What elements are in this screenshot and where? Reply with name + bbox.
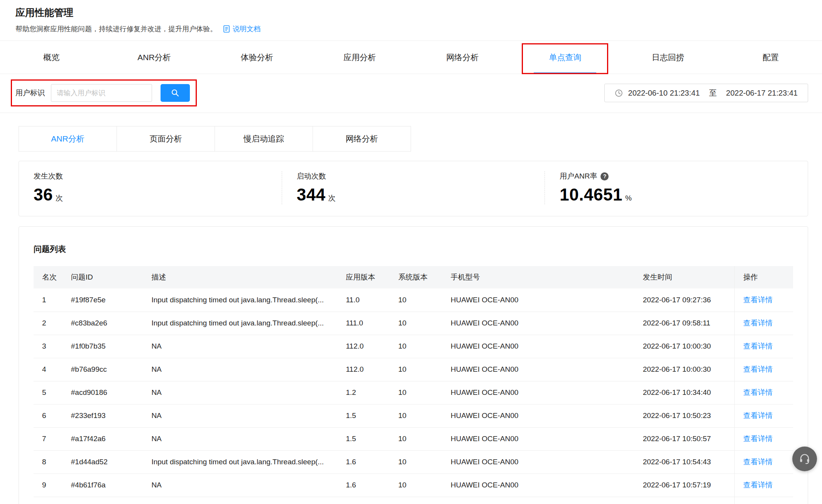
column-header-device-model: 手机型号	[442, 266, 634, 288]
sub-tab-page-analysis[interactable]: 页面分析	[117, 126, 215, 152]
table-cell-issue-id: #233ef193	[63, 404, 143, 427]
table-cell-occur-time: 2022-06-17 10:57:19	[634, 474, 735, 497]
tab-network-analysis[interactable]: 网络分析	[411, 41, 514, 74]
view-detail-link[interactable]: 查看详情	[743, 411, 773, 420]
stat-number: 344	[297, 185, 326, 204]
tab-app-analysis[interactable]: 应用分析	[308, 41, 411, 74]
date-range-start: 2022-06-10 21:23:41	[628, 89, 700, 98]
table-cell-device-model: HUAWEI OCE-AN00	[442, 497, 634, 504]
column-header-rank: 名次	[34, 266, 63, 288]
table-cell-description: NA	[143, 381, 337, 404]
table-cell-action: 查看详情	[734, 335, 793, 358]
view-detail-link[interactable]: 查看详情	[743, 342, 773, 350]
table-cell-os-version: 10	[390, 474, 442, 497]
table-cell-occur-time: 2022-06-17 10:00:30	[634, 358, 735, 381]
table-cell-issue-id: #1d44ad52	[63, 450, 143, 474]
table-cell-rank: 9	[34, 474, 63, 497]
table-cell-app-version: 6.6	[337, 497, 390, 504]
table-cell-app-version: 1.6	[337, 474, 390, 497]
main-tab-bar: 概览ANR分析体验分析应用分析网络分析单点查询日志回捞配置	[0, 41, 822, 74]
column-header-action: 操作	[734, 266, 793, 288]
stats-card: 发生次数36次启动次数344次用户ANR率?10.4651%	[19, 161, 808, 216]
table-cell-issue-id: #a17f42a6	[63, 427, 143, 450]
table-cell-issue-id: #4b61f76a	[63, 474, 143, 497]
customer-service-button[interactable]	[792, 447, 817, 471]
sub-tab-bar: ANR分析页面分析慢启动追踪网络分析	[19, 126, 808, 152]
tab-overview[interactable]: 概览	[0, 41, 103, 74]
table-row: 3#1f0b7b35NA112.010HUAWEI OCE-AN002022-0…	[34, 335, 793, 358]
clock-icon	[615, 89, 623, 97]
tab-label: 网络分析	[446, 52, 479, 63]
table-cell-action: 查看详情	[734, 427, 793, 450]
table-cell-rank: 6	[34, 404, 63, 427]
sub-tab-network-analysis[interactable]: 网络分析	[313, 126, 411, 152]
view-detail-link[interactable]: 查看详情	[743, 458, 773, 466]
table-cell-description: Input dispatching timed out java.lang.Th…	[143, 312, 337, 335]
table-cell-app-version: 112.0	[337, 358, 390, 381]
table-cell-device-model: HUAWEI OCE-AN00	[442, 427, 634, 450]
table-cell-os-version: 10	[390, 497, 442, 504]
sub-tab-anr-analysis[interactable]: ANR分析	[19, 126, 117, 152]
table-cell-app-version: 1.6	[337, 450, 390, 474]
tab-log-retrieval[interactable]: 日志回捞	[617, 41, 719, 74]
stat-value: 10.4651%	[560, 185, 808, 204]
date-range-separator: 至	[709, 88, 717, 98]
table-cell-os-version: 10	[390, 312, 442, 335]
table-cell-occur-time: 2022-06-17 10:34:40	[634, 381, 735, 404]
stat-label-text: 用户ANR率	[560, 171, 597, 181]
table-row: 7#a17f42a6NA1.510HUAWEI OCE-AN002022-06-…	[34, 427, 793, 450]
table-cell-device-model: HUAWEI OCE-AN00	[442, 381, 634, 404]
tab-label: 单点查询	[549, 52, 581, 63]
stat-user-anr-rate: 用户ANR率?10.4651%	[545, 171, 808, 204]
view-detail-link[interactable]: 查看详情	[743, 388, 773, 396]
view-detail-link[interactable]: 查看详情	[743, 365, 773, 373]
tab-label: 配置	[763, 52, 779, 63]
tab-anr-analysis[interactable]: ANR分析	[103, 41, 205, 74]
search-button[interactable]	[161, 84, 190, 102]
stat-label-text: 发生次数	[34, 171, 63, 181]
table-cell-device-model: HUAWEI OCE-AN00	[442, 404, 634, 427]
page-header: 应用性能管理 帮助您洞察应用性能问题，持续进行修复并改进，提升用户体验。 说明文…	[0, 0, 822, 41]
doc-link-label: 说明文档	[233, 24, 260, 34]
page-title: 应用性能管理	[15, 6, 807, 19]
doc-link[interactable]: 说明文档	[223, 24, 260, 34]
column-header-occur-time: 发生时间	[634, 266, 735, 288]
table-cell-app-version: 111.0	[337, 312, 390, 335]
user-id-input[interactable]	[51, 84, 152, 102]
table-header-row: 名次问题ID描述应用版本系统版本手机型号发生时间操作	[34, 266, 793, 288]
table-cell-description: NA	[143, 358, 337, 381]
tab-experience-analysis[interactable]: 体验分析	[206, 41, 308, 74]
column-header-app-version: 应用版本	[337, 266, 390, 288]
table-cell-os-version: 10	[390, 288, 442, 312]
magnifier-icon	[171, 88, 180, 98]
search-row: 用户标识 2022-06-10 21:23:41 至 2022	[0, 74, 822, 113]
stat-value: 36次	[34, 185, 282, 204]
date-range-picker[interactable]: 2022-06-10 21:23:41 至 2022-06-17 21:23:4…	[604, 84, 808, 102]
view-detail-link[interactable]: 查看详情	[743, 319, 773, 327]
view-detail-link[interactable]: 查看详情	[743, 481, 773, 489]
page-subtitle: 帮助您洞察应用性能问题，持续进行修复并改进，提升用户体验。	[15, 24, 217, 34]
table-cell-occur-time: 2022-06-17 10:00:30	[634, 335, 735, 358]
tab-configuration[interactable]: 配置	[719, 41, 822, 74]
table-row: 8#1d44ad52Input dispatching timed out ja…	[34, 450, 793, 474]
tab-label: 体验分析	[241, 52, 273, 63]
table-cell-os-version: 10	[390, 358, 442, 381]
stat-label-text: 启动次数	[297, 171, 326, 181]
table-cell-description: NA	[143, 404, 337, 427]
stat-unit: 次	[56, 194, 63, 202]
table-cell-rank: 3	[34, 335, 63, 358]
tab-label: 概览	[43, 52, 59, 63]
table-cell-occur-time: 2022-06-17 09:27:36	[634, 288, 735, 312]
stat-label: 用户ANR率?	[560, 171, 808, 181]
table-row: 6#233ef193NA1.510HUAWEI OCE-AN002022-06-…	[34, 404, 793, 427]
table-cell-app-version: 1.5	[337, 427, 390, 450]
stat-unit: %	[625, 194, 632, 202]
tab-single-point-query[interactable]: 单点查询	[514, 41, 616, 74]
view-detail-link[interactable]: 查看详情	[743, 435, 773, 443]
sub-tab-slow-launch-tracking[interactable]: 慢启动追踪	[215, 126, 313, 152]
table-row: 2#c83ba2e6Input dispatching timed out ja…	[34, 312, 793, 335]
table-row: 1#19f87e5eInput dispatching timed out ja…	[34, 288, 793, 312]
view-detail-link[interactable]: 查看详情	[743, 296, 773, 304]
help-question-icon[interactable]: ?	[600, 172, 609, 180]
stat-launch-count: 启动次数344次	[282, 171, 545, 204]
